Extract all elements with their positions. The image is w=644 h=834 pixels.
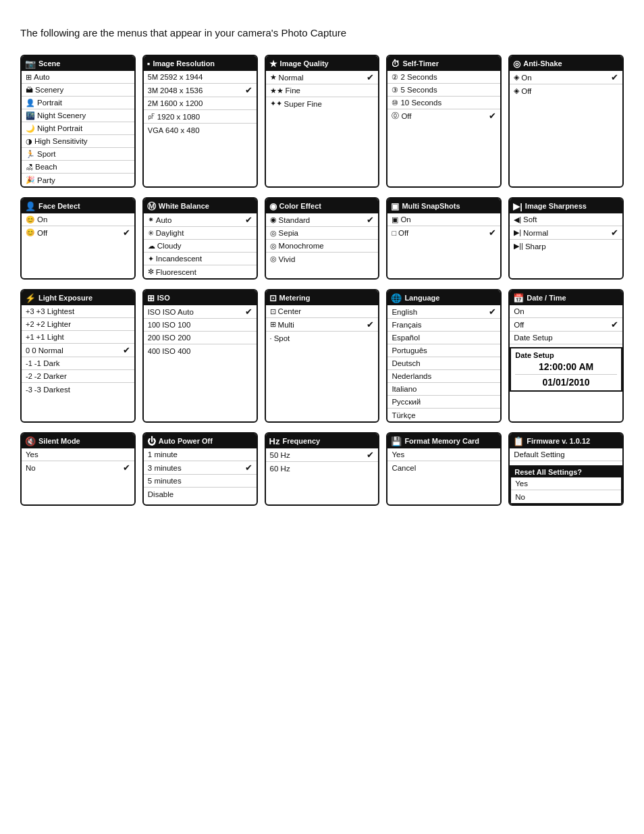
menu-item-iso-2[interactable]: 200ISO 200 xyxy=(144,332,257,344)
menu-item-auto-power-off-2[interactable]: 5 minutes xyxy=(144,475,257,488)
menu-item-face-detect-1[interactable]: 😊Off✔ xyxy=(22,226,134,239)
menu-item-color-effect-3[interactable]: ◎Vivid xyxy=(266,253,379,265)
menu-item-auto-power-off-1[interactable]: 3 minutes✔ xyxy=(144,461,257,475)
menu-item-white-balance-4[interactable]: ✼Fluorescent xyxy=(144,265,257,278)
menu-item-language-2[interactable]: Español xyxy=(387,332,500,344)
menu-item-metering-2[interactable]: ·Spot xyxy=(266,332,379,344)
menu-image-quality: ★Image Quality★Normal✔★★Fine✦✦Super Fine xyxy=(265,55,380,188)
menu-item-self-timer-1[interactable]: ③5 Seconds xyxy=(387,84,500,97)
menu-item-light-exposure-2[interactable]: +1+1 Light xyxy=(22,331,134,344)
menu-item-anti-shake-0[interactable]: ◈On✔ xyxy=(510,71,622,84)
menu-item-format-memory-card-1[interactable]: Cancel xyxy=(387,461,500,474)
check-icon-iso-0: ✔ xyxy=(245,307,252,317)
intro-text: The following are the menus that appear … xyxy=(20,27,624,38)
menu-item-image-resolution-1[interactable]: 3M2048 x 1536✔ xyxy=(144,84,257,97)
item-icon-white-balance-3: ✦ xyxy=(148,255,154,263)
menu-item-multi-snapshots-0[interactable]: ▣On xyxy=(387,213,500,226)
menu-item-light-exposure-4[interactable]: -1-1 Dark xyxy=(22,357,134,370)
item-label-multi-snapshots-0: On xyxy=(400,215,410,224)
menu-item-scene-3[interactable]: 🌃Night Scenery xyxy=(22,109,134,122)
item-icon-iso-2: 200 xyxy=(148,334,160,342)
menu-item-silent-mode-1[interactable]: No✔ xyxy=(22,461,134,474)
menu-item-date-time-0[interactable]: On xyxy=(510,305,622,318)
menu-item-image-resolution-3[interactable]: ㎊1920 x 1080 xyxy=(144,110,257,124)
menu-item-scene-1[interactable]: 🏔Scenery xyxy=(22,84,134,97)
menu-item-white-balance-1[interactable]: ✳Daylight xyxy=(144,227,257,240)
menu-item-language-6[interactable]: Italiano xyxy=(387,383,500,396)
menu-item-scene-6[interactable]: 🏃Sport xyxy=(22,148,134,161)
menu-item-date-time-2[interactable]: Date Setup xyxy=(510,332,622,344)
menu-title-face-detect: Face Detect xyxy=(38,202,80,210)
menu-item-language-5[interactable]: Nederlands xyxy=(387,370,500,383)
reset-item-0[interactable]: Yes xyxy=(511,477,621,490)
menu-item-image-quality-0[interactable]: ★Normal✔ xyxy=(266,71,379,84)
menu-item-face-detect-0[interactable]: 😊On xyxy=(22,213,134,226)
menu-item-image-resolution-0[interactable]: 5M2592 x 1944 xyxy=(144,71,257,84)
menu-item-image-quality-2[interactable]: ✦✦Super Fine xyxy=(266,97,379,110)
item-label-metering-1: Multi xyxy=(278,321,294,329)
item-label-language-6: Italiano xyxy=(392,385,417,393)
menu-item-anti-shake-1[interactable]: ◈Off xyxy=(510,84,622,97)
menu-light-exposure: ⚡Light Exposure+3+3 Lightest+2+2 Lighter… xyxy=(20,289,136,423)
menu-item-date-time-1[interactable]: Off✔ xyxy=(510,318,622,332)
menu-item-scene-0[interactable]: ⊞Auto xyxy=(22,71,134,84)
menu-item-frequency-0[interactable]: 50 Hz✔ xyxy=(266,448,379,462)
menu-item-metering-0[interactable]: ⊡Center xyxy=(266,305,379,318)
check-icon-metering-1: ✔ xyxy=(367,319,374,330)
menu-item-color-effect-0[interactable]: ◉Standard✔ xyxy=(266,213,379,227)
menu-item-image-sharpness-1[interactable]: ▶|Normal✔ xyxy=(510,226,622,240)
menu-item-self-timer-0[interactable]: ②2 Seconds xyxy=(387,71,500,84)
menu-item-language-1[interactable]: Français xyxy=(387,319,500,332)
menu-item-language-7[interactable]: Русский xyxy=(387,396,500,409)
menu-header-metering: ⊡Metering xyxy=(266,290,379,305)
item-icon-color-effect-0: ◉ xyxy=(270,215,277,224)
menu-item-metering-1[interactable]: ⊞Multi✔ xyxy=(266,318,379,332)
menu-item-white-balance-2[interactable]: ☁Cloudy xyxy=(144,240,257,253)
item-label-image-quality-1: Fine xyxy=(286,86,300,95)
item-icon-metering-2: · xyxy=(270,334,272,342)
menu-item-iso-1[interactable]: 100ISO 100 xyxy=(144,319,257,332)
menu-item-language-0[interactable]: English✔ xyxy=(387,305,500,319)
menu-item-color-effect-2[interactable]: ◎Monochrome xyxy=(266,240,379,253)
menu-item-scene-5[interactable]: ◑High Sensitivity xyxy=(22,135,134,148)
menu-item-scene-7[interactable]: 🏖Beach xyxy=(22,161,134,174)
menu-item-iso-3[interactable]: 400ISO 400 xyxy=(144,344,257,357)
menu-item-silent-mode-0[interactable]: Yes xyxy=(22,448,134,461)
menu-item-auto-power-off-0[interactable]: 1 minute xyxy=(144,448,257,461)
item-label-date-time-2: Date Setup xyxy=(514,334,553,342)
menu-item-format-memory-card-0[interactable]: Yes xyxy=(387,448,500,461)
item-label-image-sharpness-1: Normal xyxy=(523,229,548,237)
menu-item-language-3[interactable]: Português xyxy=(387,344,500,357)
menu-item-image-resolution-2[interactable]: 2M1600 x 1200 xyxy=(144,97,257,110)
item-label-auto-power-off-1: 3 minutes xyxy=(148,464,182,472)
menu-item-iso-0[interactable]: ISOISO Auto✔ xyxy=(144,305,257,319)
menu-item-firmware-0[interactable]: Default Setting xyxy=(510,448,622,461)
menu-item-light-exposure-0[interactable]: +3+3 Lightest xyxy=(22,305,134,318)
menu-item-self-timer-2[interactable]: ⑩10 Seconds xyxy=(387,97,500,109)
menu-item-language-4[interactable]: Deutsch xyxy=(387,357,500,370)
reset-item-1[interactable]: No xyxy=(511,490,621,503)
item-label-scene-3: Night Scenery xyxy=(37,111,86,120)
menu-item-frequency-1[interactable]: 60 Hz xyxy=(266,462,379,475)
menu-item-image-quality-1[interactable]: ★★Fine xyxy=(266,84,379,97)
menu-item-light-exposure-5[interactable]: -2-2 Darker xyxy=(22,370,134,383)
item-label-frequency-1: 60 Hz xyxy=(270,465,290,473)
menu-item-image-sharpness-0[interactable]: ◀|Soft xyxy=(510,213,622,226)
menu-item-image-resolution-4[interactable]: VGA640 x 480 xyxy=(144,124,257,136)
menu-item-color-effect-1[interactable]: ◎Sepia xyxy=(266,227,379,240)
menu-item-white-balance-3[interactable]: ✦Incandescent xyxy=(144,253,257,265)
menu-item-scene-8[interactable]: 🎉Party xyxy=(22,174,134,186)
menu-item-light-exposure-6[interactable]: -3-3 Darkest xyxy=(22,383,134,396)
menu-item-self-timer-3[interactable]: ⓪Off✔ xyxy=(387,109,500,122)
menu-item-scene-4[interactable]: 🌙Night Portrait xyxy=(22,122,134,135)
menu-item-image-sharpness-2[interactable]: ▶||Sharp xyxy=(510,240,622,253)
item-icon-image-resolution-3: ㎊ xyxy=(148,111,155,122)
menu-item-multi-snapshots-1[interactable]: □Off✔ xyxy=(387,226,500,239)
item-label-light-exposure-0: +3 Lightest xyxy=(36,307,75,315)
menu-item-scene-2[interactable]: 👤Portrait xyxy=(22,97,134,109)
menu-item-light-exposure-3[interactable]: 00 Normal✔ xyxy=(22,344,134,357)
menu-item-light-exposure-1[interactable]: +2+2 Lighter xyxy=(22,318,134,331)
menu-item-white-balance-0[interactable]: ⁕Auto✔ xyxy=(144,213,257,227)
menu-item-auto-power-off-3[interactable]: Disable xyxy=(144,488,257,500)
menu-item-language-8[interactable]: Türkçe xyxy=(387,409,500,421)
